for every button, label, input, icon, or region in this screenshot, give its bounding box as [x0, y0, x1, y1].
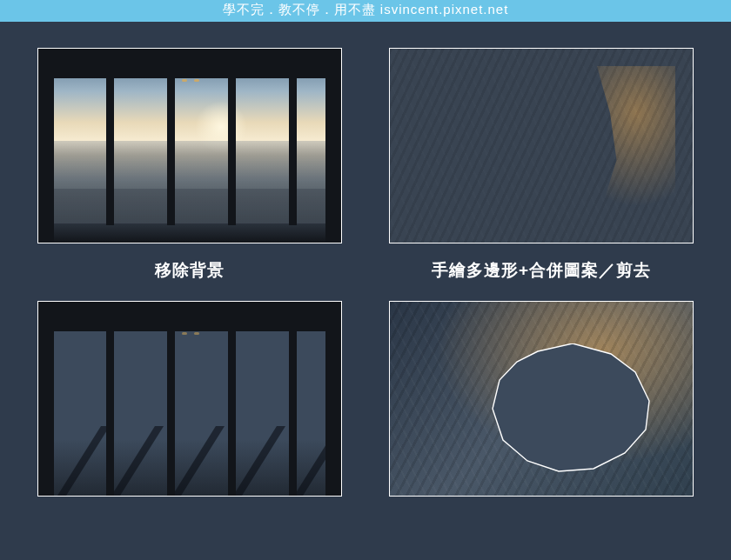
thumb-cave-cutout — [389, 301, 694, 497]
window-mullion — [167, 77, 175, 225]
window-frame-right — [325, 302, 341, 496]
window-mullion — [106, 330, 114, 496]
caption-left: 移除背景 — [35, 259, 345, 282]
panel-bottom-left — [35, 301, 345, 497]
site-banner: 學不完．教不停．用不盡 isvincent.pixnet.net — [0, 0, 731, 22]
ceiling-light-icon — [182, 79, 187, 82]
thumb-cave-lake — [389, 48, 694, 243]
window-mullion — [167, 330, 175, 496]
comparison-grid: 移除背景 手繪多邊形+合併圖案／剪去 — [0, 22, 731, 514]
window-mullion — [289, 330, 297, 496]
window-frame-top — [38, 49, 341, 78]
ceiling-light-icon — [182, 332, 187, 335]
caption-right: 手繪多邊形+合併圖案／剪去 — [386, 259, 696, 282]
window-mullion — [228, 330, 236, 496]
banner-text: 學不完．教不停．用不盡 isvincent.pixnet.net — [223, 2, 509, 17]
window-mullion — [106, 77, 114, 225]
window-mullion — [228, 77, 236, 225]
panel-bottom-right — [386, 301, 696, 497]
window-frame-top — [38, 302, 341, 331]
window-frame-left — [38, 49, 54, 243]
thumb-window-cityscape — [37, 48, 342, 243]
rock-texture — [390, 49, 693, 243]
panel-top-left: 移除背景 — [35, 48, 345, 301]
thumb-window-bg-removed — [37, 301, 342, 497]
window-frame-left — [38, 302, 54, 496]
window-mullion — [289, 77, 297, 225]
window-frame-bottom — [38, 223, 341, 243]
city-skyline — [54, 141, 325, 223]
panel-top-right: 手繪多邊形+合併圖案／剪去 — [386, 48, 696, 301]
window-frame-right — [325, 49, 341, 243]
